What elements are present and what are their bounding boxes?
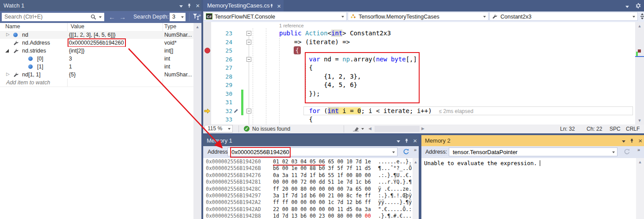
toolbar-overflow-icon[interactable]: » — [198, 12, 201, 18]
watch-type[interactable]: void* — [164, 40, 177, 46]
window-menu-icon[interactable] — [622, 135, 625, 146]
memory1-hex-dump[interactable]: 0x000002556B19426001 02 03 04 05 06 65 0… — [203, 159, 413, 219]
code-line[interactable]: var nd = np.array(new byte[,] — [279, 55, 417, 64]
watch-name[interactable]: [1] — [37, 64, 43, 70]
scroll-up-icon[interactable]: ▲ — [635, 24, 644, 28]
memory-row[interactable]: 0x000002556B1942760a 3a 11 7d 1f b6 55 1… — [203, 172, 413, 179]
horizontal-scrollbar[interactable] — [375, 126, 420, 132]
watch-type[interactable]: NumShar... — [164, 72, 192, 78]
watch-type[interactable]: NumShar... — [164, 32, 192, 38]
watch-row[interactable]: ▷nd{[[1, 2, 3], [4, 5, 6]]}NumShar... — [0, 31, 193, 39]
eraser-icon[interactable] — [352, 126, 359, 132]
type-dropdown[interactable]: Tensorflow.MemoryTestingCases — [348, 12, 489, 21]
code-line[interactable]: { — [279, 115, 313, 124]
close-icon[interactable]: × — [413, 137, 417, 144]
eraser-dropdown-icon[interactable] — [361, 128, 364, 130]
close-icon[interactable]: × — [638, 137, 642, 144]
expander-expanded-icon[interactable] — [5, 49, 9, 53]
pin-icon[interactable] — [187, 3, 192, 8]
hscroll-left-icon[interactable]: ◀ — [368, 126, 371, 131]
watch-value[interactable]: 0x000002556b194260 — [69, 40, 125, 46]
search-input[interactable]: Search (Ctrl+E) — [2, 13, 104, 21]
fold-collapse-icon[interactable] — [246, 57, 251, 62]
code-line[interactable]: {4, 5, 6} — [279, 81, 357, 90]
watch-name[interactable]: nd.strides — [22, 48, 46, 54]
watch-column-headers[interactable]: Name Value Type — [0, 23, 193, 31]
expander-collapsed-icon[interactable]: ▷ — [6, 32, 10, 37]
scroll-up-icon[interactable]: ▲ — [193, 25, 201, 29]
watch-type[interactable]: int[] — [164, 48, 173, 54]
editor-vertical-scrollbar[interactable]: ▲ ▼ — [635, 22, 644, 125]
search-back-icon[interactable]: ← — [109, 11, 115, 23]
memory-row[interactable]: 0x000002556B1942B81d 7d 13 b6 00 23 00 8… — [203, 213, 413, 219]
memory-row[interactable]: 0x000002556B19426001 02 03 04 05 06 65 0… — [203, 159, 413, 165]
expander-collapsed-icon[interactable]: ▷ — [6, 72, 10, 76]
watch-value[interactable]: 1 — [69, 64, 72, 70]
code-area[interactable]: 1 reference 23public Action<int> Constan… — [203, 22, 644, 125]
scroll-up-icon[interactable]: ▲ — [413, 160, 419, 164]
watch-scrollbar[interactable]: ▲ — [193, 23, 201, 219]
code-line[interactable]: }); — [279, 90, 320, 98]
column-header-value[interactable]: Value — [71, 23, 84, 30]
memory-row[interactable]: 0x000002556B1942973a 1f 7d 1d b6 00 21 0… — [203, 193, 413, 199]
scroll-up-icon[interactable]: ▲ — [636, 160, 644, 164]
tab-close-icon[interactable]: × — [277, 3, 281, 9]
watch-row[interactable]: [0]3int — [0, 55, 193, 63]
watch-row[interactable]: nd.Address0x000002556b194260void* — [0, 39, 193, 47]
issues-status[interactable]: No issues found — [252, 126, 290, 132]
tab-list-icon[interactable] — [625, 2, 629, 10]
window-menu-icon[interactable] — [397, 135, 400, 146]
watch-value[interactable]: 3 — [69, 56, 72, 62]
code-line[interactable]: { — [279, 64, 313, 72]
memory-row[interactable]: 0x000002556B19426Bb6 00 1e 00 88 b0 3f 5… — [203, 165, 413, 172]
memory-row[interactable]: 0x000002556B19428Cff 20 00 80 00 00 00 0… — [203, 186, 413, 193]
search-forward-icon[interactable]: → — [119, 11, 126, 23]
pin-icon[interactable] — [404, 138, 409, 143]
pin-icon[interactable] — [629, 138, 634, 143]
watch-value[interactable]: {int[2]} — [69, 48, 84, 54]
watch-name[interactable]: nd[1, 1] — [22, 72, 41, 78]
add-watch-row[interactable]: Add item to watch — [0, 79, 193, 87]
memory-row[interactable]: 0x000002556B1942A2ff ff 00 00 00 00 1c 7… — [203, 199, 413, 206]
memory1-scrollbar[interactable]: ▲ — [413, 158, 419, 219]
watch-row[interactable]: [1]1int — [0, 63, 193, 71]
watch-name[interactable]: [0] — [37, 56, 43, 62]
column-header-name[interactable]: Name — [5, 23, 20, 30]
memory2-address-combo[interactable]: tensor.TensorDataPointer — [449, 147, 617, 156]
search-depth-combo[interactable]: 3 — [170, 13, 186, 21]
toolbar-overflow-icon[interactable]: » — [414, 147, 416, 152]
tab-pin-icon[interactable] — [269, 4, 274, 8]
close-icon[interactable]: × — [196, 2, 200, 9]
breakpoint-icon[interactable] — [205, 48, 210, 53]
watch-name[interactable]: nd — [22, 32, 28, 38]
watch-type[interactable]: int — [164, 56, 170, 62]
watch-value[interactable]: {[[1, 2, 3], [4, 5, 6]]} — [69, 32, 116, 38]
project-dropdown[interactable]: C# TensorFlowNET.Console — [204, 12, 347, 21]
fold-collapse-icon[interactable] — [246, 109, 251, 113]
code-line[interactable]: public Action<int> Constant2x3 — [279, 29, 391, 38]
code-line[interactable]: => (iterate) => — [279, 38, 350, 47]
tab-memorytestingcases[interactable]: MemoryTestingCases.cs × — [203, 0, 284, 11]
column-header-type[interactable]: Type — [164, 23, 176, 30]
code-line[interactable]: { — [279, 46, 300, 55]
memory-row[interactable]: 0x000002556B1942AD22 00 80 00 00 00 00 1… — [203, 206, 413, 213]
code-line[interactable]: {1, 2, 3}, — [279, 72, 361, 81]
memory1-titlebar[interactable]: Memory 1 × — [203, 135, 419, 146]
memory1-address-combo[interactable]: 0x000002556B194260 — [227, 147, 398, 156]
watch-row[interactable]: nd.strides{int[2]}int[] — [0, 47, 193, 55]
memory-row[interactable]: 0x000002556B19428100 00 00 72 00 dd 51 1… — [203, 179, 413, 185]
search-icon[interactable] — [91, 14, 96, 20]
fold-collapse-icon[interactable] — [246, 31, 251, 36]
search-options-dropdown-icon[interactable] — [99, 16, 102, 18]
window-menu-icon[interactable] — [179, 0, 183, 11]
watch-value[interactable]: {5} — [69, 72, 76, 78]
zoom-combo[interactable]: 115 % — [205, 125, 233, 132]
memory2-titlebar[interactable]: Memory 2 × — [421, 135, 644, 146]
refresh-icon[interactable] — [403, 148, 409, 155]
watch-type[interactable]: int — [164, 64, 170, 70]
watch-name[interactable]: nd.Address — [22, 40, 50, 46]
hscroll-right-icon[interactable]: ▶ — [421, 126, 424, 131]
code-line[interactable]: for (int i = 0; i < iterate; i++)≤ 2ms e… — [279, 107, 474, 116]
fold-collapse-icon[interactable] — [246, 40, 251, 45]
split-window-icon[interactable] — [640, 13, 644, 19]
